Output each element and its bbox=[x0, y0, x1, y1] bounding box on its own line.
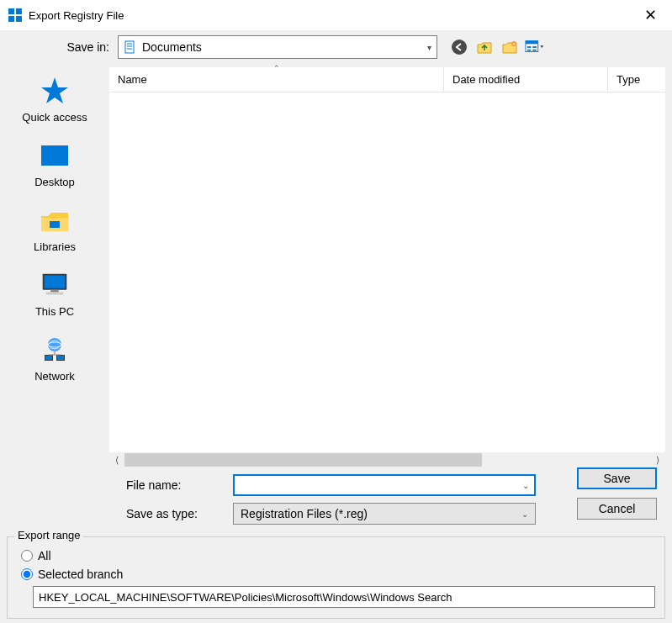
radio-selected-branch-input[interactable] bbox=[21, 568, 33, 580]
place-label: Desktop bbox=[34, 176, 75, 188]
save-button[interactable]: Save bbox=[577, 467, 657, 489]
svg-rect-15 bbox=[532, 46, 537, 48]
branch-path-input[interactable] bbox=[33, 586, 655, 608]
svg-text:✦: ✦ bbox=[512, 41, 516, 46]
save-in-row: Save in: Documents ▾ ✦ bbox=[0, 30, 672, 67]
chevron-down-icon: ▾ bbox=[427, 43, 431, 52]
file-name-label: File name: bbox=[118, 478, 231, 492]
export-range-group: Export range All Selected branch bbox=[7, 536, 665, 619]
place-label: Quick access bbox=[22, 111, 87, 124]
list-header: Name ⌃ Date modified Type bbox=[109, 67, 665, 92]
chevron-down-icon: ⌄ bbox=[522, 481, 529, 490]
place-quick-access[interactable]: Quick access bbox=[0, 74, 109, 124]
svg-rect-23 bbox=[46, 293, 64, 295]
save-in-label: Save in: bbox=[0, 40, 109, 54]
new-folder-button[interactable]: ✦ bbox=[500, 37, 520, 57]
chevron-down-icon: ⌄ bbox=[521, 509, 528, 519]
file-name-row: File name: ⌄ bbox=[118, 474, 577, 496]
desktop-icon bbox=[38, 139, 71, 172]
svg-rect-16 bbox=[532, 50, 537, 51]
radio-all-input[interactable] bbox=[21, 550, 33, 562]
radio-all[interactable]: All bbox=[21, 549, 651, 562]
column-type[interactable]: Type bbox=[608, 67, 665, 92]
place-label: Libraries bbox=[34, 240, 76, 253]
scroll-thumb[interactable] bbox=[124, 453, 482, 467]
quick-access-icon bbox=[38, 74, 71, 108]
svg-rect-13 bbox=[527, 46, 532, 48]
svg-rect-2 bbox=[8, 16, 14, 22]
svg-rect-4 bbox=[125, 41, 134, 53]
svg-point-8 bbox=[452, 40, 467, 55]
file-list-area: Name ⌃ Date modified Type ⟨ ⟩ bbox=[109, 67, 665, 467]
network-icon bbox=[38, 333, 71, 367]
place-label: This PC bbox=[35, 305, 74, 318]
save-in-value: Documents bbox=[142, 40, 427, 54]
sort-ascending-icon: ⌃ bbox=[273, 64, 280, 72]
documents-icon bbox=[124, 40, 137, 54]
scroll-right-arrow[interactable]: ⟩ bbox=[650, 455, 665, 466]
app-icon bbox=[8, 8, 22, 22]
svg-point-24 bbox=[48, 338, 61, 351]
this-pc-icon bbox=[38, 268, 71, 302]
titlebar: Export Registry File ✕ bbox=[0, 0, 672, 30]
file-list-body[interactable] bbox=[109, 92, 665, 452]
libraries-icon bbox=[38, 203, 71, 237]
svg-rect-3 bbox=[16, 16, 22, 22]
bottom-controls: File name: ⌄ Save as type: Registration … bbox=[0, 467, 672, 531]
nav-icons: ✦ bbox=[449, 37, 545, 57]
window-title: Export Registry File bbox=[29, 9, 638, 22]
radio-selected-branch-label: Selected branch bbox=[38, 568, 123, 581]
horizontal-scrollbar[interactable]: ⟨ ⟩ bbox=[109, 452, 665, 467]
main-area: Quick access Desktop Libraries This PC N… bbox=[0, 67, 672, 467]
column-date-modified[interactable]: Date modified bbox=[444, 67, 608, 92]
export-range-legend: Export range bbox=[14, 529, 83, 541]
column-date-label: Date modified bbox=[452, 73, 520, 86]
back-button[interactable] bbox=[449, 37, 469, 57]
column-type-label: Type bbox=[616, 73, 640, 86]
up-one-level-button[interactable] bbox=[474, 37, 495, 57]
save-in-dropdown[interactable]: Documents ▾ bbox=[118, 35, 437, 59]
svg-rect-27 bbox=[45, 356, 52, 360]
column-name[interactable]: Name ⌃ bbox=[109, 67, 444, 92]
place-libraries[interactable]: Libraries bbox=[0, 203, 109, 253]
svg-rect-19 bbox=[50, 221, 60, 228]
place-desktop[interactable]: Desktop bbox=[0, 139, 109, 188]
svg-rect-14 bbox=[527, 50, 532, 51]
scroll-track[interactable] bbox=[124, 453, 650, 467]
svg-rect-29 bbox=[57, 356, 64, 360]
save-as-type-value: Registration Files (*.reg) bbox=[241, 507, 368, 520]
save-as-type-dropdown[interactable]: Registration Files (*.reg) ⌄ bbox=[233, 503, 536, 525]
column-name-label: Name bbox=[118, 73, 147, 86]
radio-selected-branch[interactable]: Selected branch bbox=[21, 568, 651, 581]
svg-rect-22 bbox=[50, 290, 59, 293]
svg-rect-0 bbox=[8, 8, 14, 14]
view-menu-button[interactable] bbox=[525, 37, 545, 57]
close-button[interactable]: ✕ bbox=[638, 6, 664, 24]
places-bar: Quick access Desktop Libraries This PC N… bbox=[0, 67, 109, 467]
svg-rect-12 bbox=[526, 41, 538, 45]
place-this-pc[interactable]: This PC bbox=[0, 268, 109, 318]
svg-rect-21 bbox=[45, 276, 66, 288]
scroll-left-arrow[interactable]: ⟨ bbox=[109, 455, 124, 466]
svg-rect-17 bbox=[41, 145, 68, 166]
cancel-button[interactable]: Cancel bbox=[577, 498, 657, 520]
place-network[interactable]: Network bbox=[0, 333, 109, 383]
place-label: Network bbox=[34, 370, 75, 383]
file-name-input[interactable]: ⌄ bbox=[233, 474, 536, 496]
save-as-type-row: Save as type: Registration Files (*.reg)… bbox=[118, 503, 577, 525]
svg-rect-1 bbox=[16, 8, 22, 14]
radio-all-label: All bbox=[38, 549, 51, 562]
save-as-type-label: Save as type: bbox=[118, 507, 231, 520]
